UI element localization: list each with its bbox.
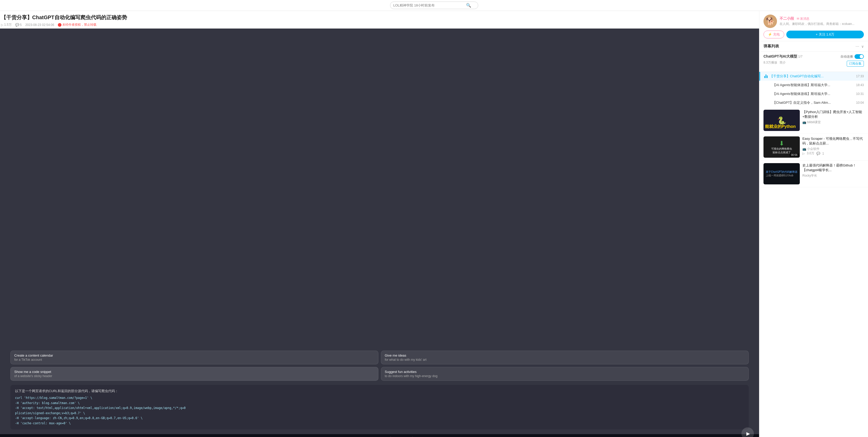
rec-section: 🐍 能就业的Python 【Python入门训练】爬虫开发+人工智能+数据分析 … — [760, 107, 868, 187]
subtitle-bar: 比如说我们只能够提交给他一部分 — [0, 434, 759, 437]
playlist-item-title-0: 【干货分享】ChatGPT自动化编写... — [770, 74, 854, 79]
follow-button[interactable]: + 关注 1.6万 — [786, 31, 864, 38]
author-row: 🐕 不二小段 ✉ 发消息 在人间。兼职码农，偶尔打游戏。商务邮箱：xcduan.… — [764, 14, 864, 28]
rec-thumb-2: 基于ChatGPT的代码解释器 上线一周就霸榜Github — [764, 163, 800, 184]
subscribe-button[interactable]: 订阅合集 — [847, 61, 864, 67]
rec-item-0[interactable]: 🐍 能就业的Python 【Python入门训练】爬虫开发+人工智能+数据分析 … — [760, 107, 868, 134]
channel-tag-icon-0: 📺 — [802, 121, 806, 124]
search-input[interactable] — [394, 3, 466, 7]
author-avatar: 🐕 — [764, 14, 777, 28]
danmaku-list-title: 弹幕列表 — [764, 44, 779, 49]
suggestion-card-3[interactable]: Suggest fun activities to do indoors wit… — [381, 367, 749, 381]
rec-info-0: 【Python入门训练】爬虫开发+人工智能+数据分析 📺 bilibili课堂 — [802, 110, 864, 131]
video-player[interactable]: Create a content calendar for a TikTok a… — [0, 29, 759, 437]
playlist-progress: 1/7 — [798, 55, 803, 58]
playlist-section: ChatGPT与AI大模型 1/7 自动连播 8.3万播放 简介 订阅合集 — [760, 52, 868, 72]
playlist-item-2[interactable]: 【AI Agents智能体游戏】斯坦福大学... 10:31 — [760, 90, 868, 98]
video-inner: Create a content calendar for a TikTok a… — [0, 29, 759, 437]
suggestion-grid: Create a content calendar for a TikTok a… — [10, 351, 749, 381]
warning-icon: 🚫 — [58, 23, 61, 27]
auto-play-wrap: 自动连播 — [840, 54, 864, 59]
author-desc: 在人间。兼职码农，偶尔打游戏。商务邮箱：xcduan... — [780, 22, 864, 26]
playlist-item-title-2: 【AI Agents智能体游戏】斯坦福大学... — [773, 92, 854, 96]
python-icon: 🐍 — [777, 116, 786, 125]
auto-play-label: 自动连播 — [840, 55, 853, 59]
author-actions: ⚡ 充电 + 关注 1.6万 — [764, 31, 864, 38]
author-section: 🐕 不二小段 ✉ 发消息 在人间。兼职码农，偶尔打游戏。商务邮箱：xcduan.… — [760, 11, 868, 41]
code-area: 以下是一个网页请求的CURL和返回的部分源代码，请编写爬虫代码： curl 'h… — [10, 385, 749, 430]
video-title-area: 【干货分享】ChatGPT自动化编写爬虫代码的正确姿势 ▷ 1.5万 💬 5 2… — [0, 11, 759, 29]
bar-3 — [767, 75, 768, 78]
comments-meta: 💬 5 — [15, 23, 22, 27]
auto-play-toggle[interactable] — [855, 54, 864, 59]
rec-title-0: 【Python入门训练】爬虫开发+人工智能+数据分析 — [802, 110, 864, 119]
chatgpt-ui: Create a content calendar for a TikTok a… — [0, 29, 759, 434]
rec-channel-0: 📺 bilibili课堂 — [802, 120, 864, 124]
main-layout: 【干货分享】ChatGPT自动化编写爬虫代码的正确姿势 ▷ 1.5万 💬 5 2… — [0, 11, 868, 437]
rec-stats-1: ▷ 3.0万 💬 1 — [802, 151, 864, 156]
scraper-logo: ⬇ — [771, 140, 792, 147]
suggestion-card-2[interactable]: Show me a code snippet of a website's st… — [10, 367, 378, 381]
playing-bars — [764, 74, 768, 78]
rec-channel-2: Rocky学长 — [802, 174, 864, 178]
rec-channel-1: 📺 小众软件 — [802, 147, 864, 151]
playlist-item-0[interactable]: 【干货分享】ChatGPT自动化编写... 17:33 — [760, 72, 868, 81]
playlist-preview[interactable]: 简介 — [780, 61, 786, 64]
playlist-title-wrap: ChatGPT与AI大模型 1/7 — [764, 54, 802, 59]
scraper-label: 可视化的网络爬虫鼠标点点就成了 — [771, 147, 792, 154]
views-meta: ▷ 1.5万 — [1, 23, 12, 27]
rec-info-2: 史上最强代码解释器！霸榜Github！【chatgpt4银学长... Rocky… — [802, 163, 864, 184]
author-msg-btn[interactable]: ✉ 发消息 — [797, 17, 809, 21]
top-bar: 🔍 — [0, 0, 868, 11]
playlist-item-3[interactable]: 【ChatGPT】自定义指令，Sam Altm... 10:04 — [760, 98, 868, 107]
python-text: 能就业的Python — [765, 124, 796, 129]
playlist-item-time-1: 18:43 — [856, 83, 864, 87]
author-name[interactable]: 不二小段 — [780, 16, 794, 21]
play-btn-overlay[interactable] — [741, 428, 754, 437]
danmaku-list-actions: ⋯ ∨ — [856, 44, 864, 49]
channel-tag-icon-1: 📺 — [802, 147, 806, 151]
play-meta-icon: ▷ — [1, 23, 3, 27]
charge-button[interactable]: ⚡ 充电 — [764, 31, 784, 38]
playlist-item-1[interactable]: 【AI Agents智能体游戏】斯坦福大学... 18:43 — [760, 81, 868, 90]
rec-thumb-1: ⬇ 可视化的网络爬虫鼠标点点就成了 00:56 — [764, 136, 800, 158]
bar-2 — [766, 74, 766, 78]
playlist-stats-row: 8.3万播放 简介 订阅合集 — [764, 60, 864, 67]
video-meta: ▷ 1.5万 💬 5 2023-08-23 02:54:06 🚫 未经作者授权，… — [1, 23, 755, 27]
danmaku-chevron-icon[interactable]: ∨ — [861, 44, 864, 49]
danmaku-list-header: 弹幕列表 ⋯ ∨ — [760, 41, 868, 52]
author-name-row: 不二小段 ✉ 发消息 — [780, 16, 864, 21]
playlist-item-title-3: 【ChatGPT】自定义指令，Sam Altm... — [773, 100, 854, 105]
search-box[interactable]: 🔍 — [390, 2, 478, 9]
code-resolver-preview: 基于ChatGPT的代码解释器 上线一周就霸榜Github — [764, 168, 800, 180]
rec-info-1: Easy Scraper - 可视化网络爬虫，不写代码，鼠标点点获... 📺 小… — [802, 136, 864, 158]
rec-title-1: Easy Scraper - 可视化网络爬虫，不写代码，鼠标点点获... — [802, 136, 864, 146]
bar-1 — [764, 76, 765, 78]
rec-item-2[interactable]: 基于ChatGPT的代码解释器 上线一周就霸榜Github 史上最强代码解释器！… — [760, 160, 868, 187]
rec-duration-1: 00:56 — [790, 153, 799, 157]
rec-comment-icon: 💬 — [816, 152, 820, 155]
avatar-icon: 🐕 — [766, 17, 775, 26]
playlist-item-time-2: 10:31 — [856, 92, 864, 96]
comment-meta-icon: 💬 — [15, 23, 19, 27]
right-sidebar: 🐕 不二小段 ✉ 发消息 在人间。兼职码农，偶尔打游戏。商务邮箱：xcduan.… — [759, 11, 868, 437]
video-title: 【干货分享】ChatGPT自动化编写爬虫代码的正确姿势 — [1, 14, 755, 21]
suggestion-card-1[interactable]: Give me ideas for what to do with my kid… — [381, 351, 749, 364]
playlist-item-time-3: 10:04 — [856, 101, 864, 104]
scraper-overlay: ⬇ 可视化的网络爬虫鼠标点点就成了 — [770, 139, 793, 155]
copyright-warning: 🚫 未经作者授权，禁止转载 — [58, 23, 96, 27]
playlist-title: ChatGPT与AI大模型 — [764, 54, 797, 58]
rec-title-2: 史上最强代码解释器！霸榜Github！【chatgpt4银学长... — [802, 163, 864, 173]
playlist-item-time-0: 17:33 — [856, 74, 864, 78]
author-info: 不二小段 ✉ 发消息 在人间。兼职码农，偶尔打游戏。商务邮箱：xcduan... — [780, 16, 864, 26]
rec-thumb-0: 🐍 能就业的Python — [764, 110, 800, 131]
playlist-header: ChatGPT与AI大模型 1/7 自动连播 — [764, 54, 864, 59]
rec-item-1[interactable]: ⬇ 可视化的网络爬虫鼠标点点就成了 00:56 Easy Scraper - 可… — [760, 134, 868, 160]
search-icon[interactable]: 🔍 — [466, 3, 471, 8]
rec-views-icon: ▷ — [802, 152, 805, 155]
suggestion-card-0[interactable]: Create a content calendar for a TikTok a… — [10, 351, 378, 364]
sidebar-scroll[interactable]: 🐕 不二小段 ✉ 发消息 在人间。兼职码农，偶尔打游戏。商务邮箱：xcduan.… — [760, 11, 868, 437]
video-section: 【干货分享】ChatGPT自动化编写爬虫代码的正确姿势 ▷ 1.5万 💬 5 2… — [0, 11, 759, 437]
danmaku-more-icon[interactable]: ⋯ — [856, 44, 859, 49]
playlist-items: 【干货分享】ChatGPT自动化编写... 17:33 【AI Agents智能… — [760, 72, 868, 107]
